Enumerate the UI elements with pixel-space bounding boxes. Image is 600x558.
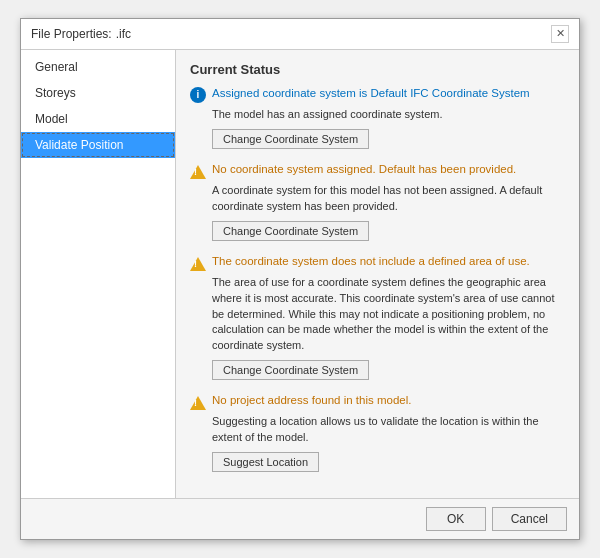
main-content: Current Status i Assigned coordinate sys… (176, 50, 579, 498)
sidebar-item-general[interactable]: General (21, 54, 175, 80)
status-block-2: No coordinate system assigned. Default h… (190, 163, 565, 241)
sidebar-item-model[interactable]: Model (21, 106, 175, 132)
title-bar: File Properties: .ifc ✕ (21, 19, 579, 50)
file-properties-dialog: File Properties: .ifc ✕ General Storeys … (20, 18, 580, 540)
status-header-text-1: Assigned coordinate system is Default IF… (212, 87, 530, 99)
section-title: Current Status (190, 62, 565, 77)
status-block-3: The coordinate system does not include a… (190, 255, 565, 381)
change-coord-system-button-3[interactable]: Change Coordinate System (212, 360, 369, 380)
ok-button[interactable]: OK (426, 507, 486, 531)
status-desc-3: The area of use for a coordinate system … (212, 275, 565, 355)
status-desc-1: The model has an assigned coordinate sys… (212, 107, 565, 123)
status-header-2: No coordinate system assigned. Default h… (190, 163, 565, 179)
status-header-4: No project address found in this model. (190, 394, 565, 410)
cancel-button[interactable]: Cancel (492, 507, 567, 531)
sidebar-item-validate-position[interactable]: Validate Position (21, 132, 175, 158)
info-icon-1: i (190, 87, 206, 103)
warn-icon-3 (190, 257, 206, 271)
status-header-1: i Assigned coordinate system is Default … (190, 87, 565, 103)
status-header-text-3: The coordinate system does not include a… (212, 255, 530, 267)
dialog-footer: OK Cancel (21, 498, 579, 539)
suggest-location-button[interactable]: Suggest Location (212, 452, 319, 472)
status-desc-4: Suggesting a location allows us to valid… (212, 414, 565, 446)
change-coord-system-button-2[interactable]: Change Coordinate System (212, 221, 369, 241)
status-header-text-4: No project address found in this model. (212, 394, 411, 406)
status-header-3: The coordinate system does not include a… (190, 255, 565, 271)
status-block-1: i Assigned coordinate system is Default … (190, 87, 565, 149)
sidebar: General Storeys Model Validate Position (21, 50, 176, 498)
dialog-body: General Storeys Model Validate Position … (21, 50, 579, 498)
warn-icon-4 (190, 396, 206, 410)
status-block-4: No project address found in this model. … (190, 394, 565, 472)
status-header-text-2: No coordinate system assigned. Default h… (212, 163, 516, 175)
title-bar-text: File Properties: .ifc (31, 27, 131, 41)
dialog-title: File Properties: (31, 27, 112, 41)
dialog-filename: .ifc (116, 27, 131, 41)
change-coord-system-button-1[interactable]: Change Coordinate System (212, 129, 369, 149)
close-button[interactable]: ✕ (551, 25, 569, 43)
status-desc-2: A coordinate system for this model has n… (212, 183, 565, 215)
sidebar-item-storeys[interactable]: Storeys (21, 80, 175, 106)
warn-icon-2 (190, 165, 206, 179)
